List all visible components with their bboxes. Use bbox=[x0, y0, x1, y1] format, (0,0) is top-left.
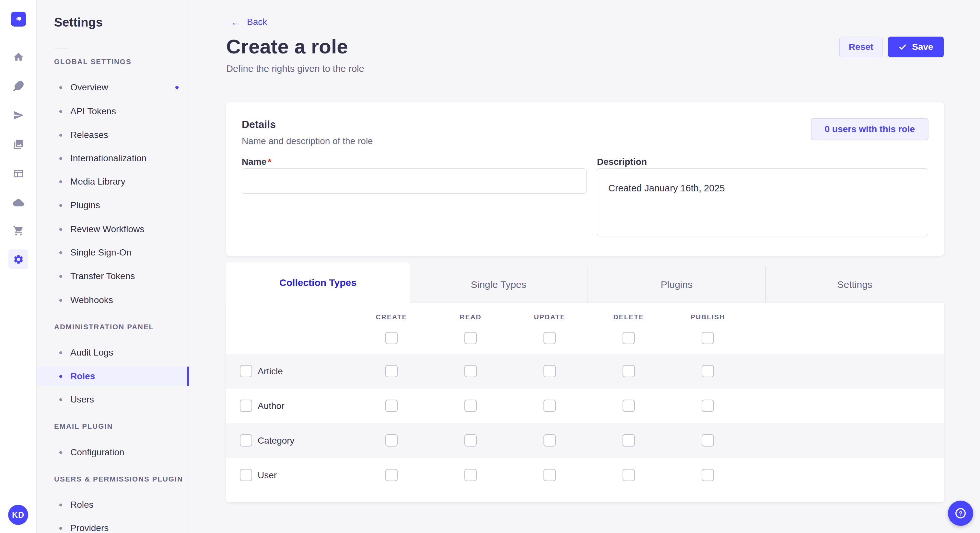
content-manager-feather-icon[interactable] bbox=[12, 79, 25, 93]
select-all-create-checkbox[interactable] bbox=[385, 332, 398, 344]
article-delete-checkbox[interactable] bbox=[622, 365, 635, 377]
bullet-icon bbox=[59, 527, 62, 530]
bullet-icon bbox=[59, 351, 62, 354]
bullet-icon bbox=[59, 375, 62, 378]
select-all-delete-checkbox[interactable] bbox=[622, 332, 635, 344]
save-button[interactable]: Save bbox=[888, 36, 944, 57]
users-with-role-button[interactable]: 0 users with this role bbox=[811, 118, 929, 140]
article-update-checkbox[interactable] bbox=[544, 365, 556, 377]
row-select-checkbox[interactable] bbox=[240, 400, 252, 412]
category-create-checkbox[interactable] bbox=[385, 434, 398, 447]
details-title: Details bbox=[242, 119, 276, 130]
name-input[interactable] bbox=[242, 168, 587, 194]
author-create-checkbox[interactable] bbox=[385, 400, 398, 412]
home-icon[interactable] bbox=[12, 50, 25, 63]
sidebar-item-roles-up[interactable]: Roles bbox=[37, 495, 189, 514]
help-button[interactable]: ? bbox=[948, 501, 973, 526]
save-label: Save bbox=[912, 42, 933, 52]
sidebar-title-divider bbox=[54, 49, 69, 49]
select-all-update-checkbox[interactable] bbox=[544, 332, 556, 344]
sidebar-item-api-tokens[interactable]: API Tokens bbox=[37, 102, 189, 121]
author-publish-checkbox[interactable] bbox=[702, 400, 714, 412]
sidebar-item-audit-logs[interactable]: Audit Logs bbox=[37, 343, 189, 362]
bullet-icon bbox=[59, 157, 62, 160]
tab-collection-types[interactable]: Collection Types bbox=[226, 262, 410, 303]
section-label-email-plugin: EMAIL PLUGIN bbox=[54, 422, 113, 431]
user-publish-checkbox[interactable] bbox=[702, 469, 714, 481]
bullet-icon bbox=[59, 398, 62, 401]
back-label: Back bbox=[247, 17, 267, 27]
sidebar-item-configuration[interactable]: Configuration bbox=[37, 443, 189, 462]
bullet-icon bbox=[59, 204, 62, 207]
sidebar-item-releases[interactable]: Releases bbox=[37, 125, 189, 145]
column-header-delete: DELETE bbox=[614, 313, 644, 321]
sidebar-item-users[interactable]: Users bbox=[37, 390, 189, 409]
section-label-administration-panel: ADMINISTRATION PANEL bbox=[54, 323, 154, 331]
user-update-checkbox[interactable] bbox=[544, 469, 556, 481]
category-update-checkbox[interactable] bbox=[544, 434, 556, 447]
bullet-icon bbox=[59, 275, 62, 278]
bullet-icon bbox=[59, 299, 62, 302]
user-create-checkbox[interactable] bbox=[385, 469, 398, 481]
send-plane-icon[interactable] bbox=[12, 108, 25, 122]
tab-settings[interactable]: Settings bbox=[765, 266, 944, 303]
table-row-article: Article bbox=[226, 354, 944, 389]
row-select-checkbox[interactable] bbox=[240, 434, 252, 447]
user-avatar[interactable]: KD bbox=[8, 505, 28, 525]
sidebar-item-internationalization[interactable]: Internationalization bbox=[37, 149, 189, 168]
tab-plugins[interactable]: Plugins bbox=[587, 266, 766, 303]
article-create-checkbox[interactable] bbox=[385, 365, 398, 377]
settings-gear-icon[interactable] bbox=[8, 249, 28, 269]
category-publish-checkbox[interactable] bbox=[702, 434, 714, 447]
question-mark-icon: ? bbox=[955, 507, 967, 519]
strapi-logo[interactable] bbox=[11, 12, 26, 27]
tab-single-types[interactable]: Single Types bbox=[410, 266, 587, 303]
sidebar-item-providers[interactable]: Providers bbox=[37, 519, 189, 533]
author-update-checkbox[interactable] bbox=[544, 400, 556, 412]
cloud-icon[interactable] bbox=[12, 196, 25, 209]
media-library-images-icon[interactable] bbox=[12, 138, 25, 151]
bullet-icon bbox=[59, 110, 62, 113]
cart-icon[interactable] bbox=[12, 224, 25, 237]
reset-button[interactable]: Reset bbox=[839, 36, 883, 57]
table-row-author: Author bbox=[226, 389, 944, 423]
user-delete-checkbox[interactable] bbox=[622, 469, 635, 481]
category-delete-checkbox[interactable] bbox=[622, 434, 635, 447]
bullet-icon bbox=[59, 180, 62, 183]
category-read-checkbox[interactable] bbox=[465, 434, 477, 447]
sidebar-item-media-library[interactable]: Media Library bbox=[37, 172, 189, 191]
select-all-read-checkbox[interactable] bbox=[465, 332, 477, 344]
bullet-icon bbox=[59, 228, 62, 231]
bullet-icon bbox=[59, 503, 62, 506]
sidebar-item-overview[interactable]: Overview bbox=[37, 78, 189, 97]
tab-strip: Single Types Plugins Settings bbox=[410, 266, 944, 303]
section-label-users-permissions-plugin: USERS & PERMISSIONS PLUGIN bbox=[54, 475, 183, 484]
select-all-publish-checkbox[interactable] bbox=[702, 332, 714, 344]
author-delete-checkbox[interactable] bbox=[622, 400, 635, 412]
row-select-checkbox[interactable] bbox=[240, 365, 252, 377]
column-header-update: UPDATE bbox=[534, 313, 565, 321]
user-read-checkbox[interactable] bbox=[465, 469, 477, 481]
sidebar-title: Settings bbox=[54, 16, 103, 30]
layout-icon[interactable] bbox=[12, 167, 25, 180]
check-icon bbox=[898, 43, 907, 51]
notification-dot bbox=[175, 86, 178, 89]
column-header-create: CREATE bbox=[376, 313, 407, 321]
description-textarea[interactable] bbox=[597, 168, 928, 236]
sidebar-item-review-workflows[interactable]: Review Workflows bbox=[37, 219, 189, 239]
article-read-checkbox[interactable] bbox=[465, 365, 477, 377]
row-select-checkbox[interactable] bbox=[240, 469, 252, 481]
author-read-checkbox[interactable] bbox=[465, 400, 477, 412]
sidebar-item-webhooks[interactable]: Webhooks bbox=[37, 290, 189, 310]
details-subtitle: Name and description of the role bbox=[242, 136, 373, 146]
sidebar-item-transfer-tokens[interactable]: Transfer Tokens bbox=[37, 266, 189, 286]
article-publish-checkbox[interactable] bbox=[702, 365, 714, 377]
description-label: Description bbox=[597, 157, 647, 167]
table-row-category: Category bbox=[226, 423, 944, 458]
sidebar-item-roles-admin[interactable]: Roles bbox=[37, 366, 189, 386]
back-link[interactable]: ← Back bbox=[231, 17, 267, 27]
settings-sidebar: Settings GLOBAL SETTINGS Overview API To… bbox=[37, 0, 189, 533]
rail-divider bbox=[0, 44, 37, 44]
sidebar-item-plugins[interactable]: Plugins bbox=[37, 195, 189, 215]
sidebar-item-single-sign-on[interactable]: Single Sign-On bbox=[37, 243, 189, 262]
